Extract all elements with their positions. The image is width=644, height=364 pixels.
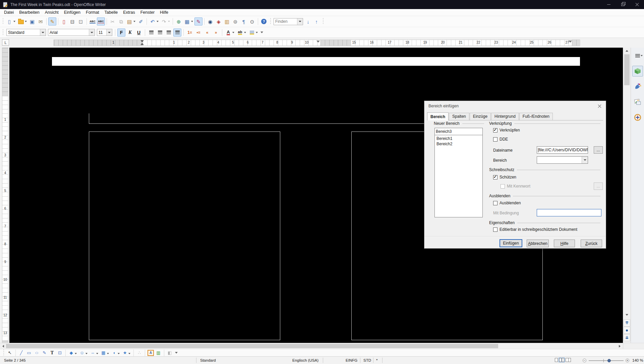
- ausblenden-checkbox[interactable]: Ausblenden: [493, 201, 521, 205]
- highlighting-dropdown-icon[interactable]: [244, 32, 246, 33]
- vertical-scroll-thumb[interactable]: [624, 54, 630, 85]
- section-list[interactable]: Bereich1Bereich2: [434, 135, 483, 217]
- status-insert-mode[interactable]: EINFG: [346, 357, 357, 364]
- menu-datei[interactable]: Datei: [1, 9, 16, 15]
- restore-button[interactable]: [616, 0, 630, 9]
- nonprinting-characters-button[interactable]: ¶: [240, 17, 248, 25]
- find-replace-button[interactable]: ◉: [206, 17, 214, 25]
- zoom-in-button[interactable]: +: [626, 359, 629, 362]
- table-button[interactable]: ▦: [183, 17, 191, 25]
- find-next-button[interactable]: ↓: [304, 17, 312, 25]
- status-language[interactable]: Englisch (USA): [280, 357, 318, 364]
- text-box-button[interactable]: T: [49, 350, 56, 356]
- toolbar-grip[interactable]: [2, 18, 4, 25]
- dropdown-button[interactable]: [297, 18, 303, 25]
- font-name-combo[interactable]: Arial: [48, 29, 95, 36]
- toolbar-grip[interactable]: [269, 18, 272, 25]
- abbrechen-button[interactable]: Abbrechen: [527, 240, 549, 247]
- toolbar-overflow-button[interactable]: [259, 29, 264, 36]
- dialog-tab-bereich[interactable]: Bereich: [427, 112, 449, 120]
- vertical-ruler[interactable]: 12345678910111213: [2, 48, 8, 343]
- align-center-button[interactable]: [156, 29, 164, 37]
- menu-ansicht[interactable]: Ansicht: [42, 9, 61, 15]
- dropdown-button[interactable]: [40, 29, 46, 36]
- scroll-down-button[interactable]: [623, 312, 631, 318]
- menu-extras[interactable]: Extras: [120, 9, 137, 15]
- numbered-list-button[interactable]: 1≡: [186, 29, 194, 37]
- toolbar-grip[interactable]: [2, 29, 4, 36]
- callouts-dropdown-icon[interactable]: [118, 353, 120, 354]
- align-right-button[interactable]: [165, 29, 173, 37]
- menu-bearbeiten[interactable]: Bearbeiten: [16, 9, 42, 15]
- rectangle-button[interactable]: ▭: [25, 350, 33, 356]
- symbol-shapes-dropdown-icon[interactable]: [85, 353, 87, 354]
- edit-file-button[interactable]: ✎: [48, 17, 56, 25]
- underline-button[interactable]: U: [135, 29, 143, 37]
- close-button[interactable]: [630, 0, 644, 9]
- ellipse-button[interactable]: ○: [33, 350, 40, 356]
- dateiname-input[interactable]: file:///C:/Users/DIVID/DOWN: [537, 146, 588, 154]
- save-button[interactable]: ▣: [28, 17, 36, 25]
- dialog-tab-hintergrund[interactable]: Hintergrund: [491, 113, 519, 120]
- print-button[interactable]: ⊟: [68, 17, 76, 25]
- dialog-close-button[interactable]: [595, 103, 604, 109]
- horizontal-ruler[interactable]: 11234567891015161718192021222324252627: [54, 40, 580, 46]
- schuetzen-checkbox[interactable]: Schützen: [493, 175, 516, 179]
- paragraph-style-combo[interactable]: Standard: [6, 29, 46, 36]
- margin-marker[interactable]: [569, 41, 572, 43]
- flowchart-button[interactable]: ▦: [100, 350, 107, 356]
- data-sources-button[interactable]: ⊜: [231, 17, 239, 25]
- scroll-right-button[interactable]: [617, 343, 623, 349]
- horizontal-scrollbar[interactable]: [0, 343, 623, 349]
- dropdown-button[interactable]: [582, 157, 588, 163]
- redo-dropdown-icon[interactable]: [168, 21, 170, 22]
- vertical-scrollbar[interactable]: ⇈ ⇊: [623, 48, 631, 343]
- dialog-tab-spalten[interactable]: Spalten: [449, 113, 469, 120]
- callouts-button[interactable]: ◖: [111, 350, 118, 356]
- einfuegen-button[interactable]: Einfügen: [500, 239, 522, 247]
- view-multiple-pages-button[interactable]: [559, 358, 565, 362]
- page-preview-button[interactable]: ⊡: [77, 17, 85, 25]
- block-arrows-dropdown-icon[interactable]: [96, 353, 98, 354]
- highlighting-button[interactable]: ab: [236, 29, 244, 37]
- menu-fenster[interactable]: Fenster: [138, 9, 157, 15]
- verknuepfen-checkbox[interactable]: Verknüpfen: [493, 128, 520, 133]
- paste-button[interactable]: ▤: [125, 17, 133, 25]
- flowchart-dropdown-icon[interactable]: [107, 353, 109, 354]
- callout-horizontal-button[interactable]: ⊡: [56, 350, 63, 356]
- font-color-dropdown-icon[interactable]: [232, 32, 234, 33]
- text-frame-left[interactable]: [89, 132, 280, 340]
- align-left-button[interactable]: [147, 29, 155, 37]
- horizontal-scroll-thumb[interactable]: [6, 344, 498, 348]
- paste-dropdown-icon[interactable]: [133, 21, 135, 22]
- toolbar-overflow-button[interactable]: [174, 350, 179, 356]
- select-button[interactable]: ↖: [6, 350, 13, 356]
- sidebar-menu-icon[interactable]: [632, 50, 643, 61]
- sidebar-navigator-icon[interactable]: [632, 112, 643, 123]
- stars-button[interactable]: ★: [121, 350, 128, 356]
- status-page-count[interactable]: Seite 2 / 345: [4, 357, 26, 364]
- increase-indent-button[interactable]: »: [212, 29, 220, 37]
- status-zoom-level[interactable]: 140 %: [632, 357, 643, 364]
- zoom-button[interactable]: ⊙: [248, 17, 256, 25]
- dialog-title-bar[interactable]: Bereich einfügen: [424, 101, 606, 111]
- hyperlink-button[interactable]: ⊕: [175, 17, 183, 25]
- bullet-list-button[interactable]: •≡: [194, 29, 202, 37]
- find-text-input[interactable]: Finden: [274, 18, 303, 25]
- font-color-button[interactable]: A: [224, 29, 232, 37]
- font-size-combo[interactable]: 11: [97, 29, 112, 36]
- navigator-button[interactable]: ◈: [215, 17, 223, 25]
- basic-shapes-button[interactable]: ◆: [68, 350, 75, 356]
- gallery-button[interactable]: ▥: [223, 17, 231, 25]
- sidebar-styles-icon[interactable]: [632, 81, 643, 92]
- scroll-up-button[interactable]: [623, 48, 631, 54]
- bereich-combo[interactable]: [537, 156, 588, 164]
- background-color-button[interactable]: [248, 29, 256, 37]
- next-page-button[interactable]: ⇊: [624, 334, 630, 341]
- symbol-shapes-button[interactable]: ☺: [78, 350, 85, 356]
- italic-button[interactable]: K: [126, 29, 134, 37]
- open-document-dropdown-icon[interactable]: [25, 21, 27, 22]
- bold-button[interactable]: F: [117, 29, 125, 37]
- freeform-line-button[interactable]: ✎: [41, 350, 48, 356]
- menu-tabelle[interactable]: Tabelle: [102, 9, 121, 15]
